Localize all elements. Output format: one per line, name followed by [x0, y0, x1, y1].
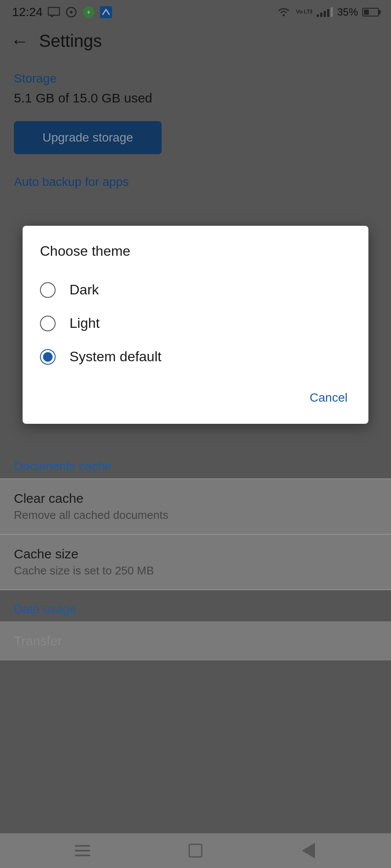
compass-icon [64, 5, 78, 19]
back-nav-button[interactable] [300, 842, 317, 859]
svg-text:LTE: LTE [304, 8, 312, 15]
clear-cache-item[interactable]: Clear cache Remove all cached documents [0, 479, 391, 534]
page-title: Settings [39, 31, 102, 51]
settings-content: Storage 5.1 GB of 15.0 GB used Upgrade s… [0, 59, 391, 196]
theme-option-dark[interactable]: Dark [23, 273, 368, 307]
theme-light-label: Light [70, 315, 99, 331]
svg-rect-5 [100, 6, 112, 18]
app-bar: ← Settings [0, 23, 391, 59]
storage-section-header: Storage [0, 59, 391, 91]
transfer-item[interactable]: Transfer [0, 621, 391, 660]
radio-system-default[interactable] [40, 349, 56, 365]
theme-option-system-default[interactable]: System default [23, 340, 368, 373]
choose-theme-dialog: Choose theme Dark Light System default C… [23, 226, 368, 424]
cancel-button[interactable]: Cancel [303, 387, 355, 408]
svg-point-6 [282, 14, 285, 17]
dialog-actions: Cancel [23, 377, 368, 417]
data-usage-section-header: Data usage [0, 590, 391, 621]
radio-light[interactable] [40, 316, 56, 331]
status-right: Vo LTE 35% [276, 5, 379, 19]
svg-rect-0 [48, 7, 60, 15]
cache-size-title: Cache size [14, 547, 377, 561]
status-left: 12:24 + [12, 5, 113, 19]
storage-usage: 5.1 GB of 15.0 GB used [0, 91, 391, 114]
radio-dark[interactable] [40, 282, 56, 298]
status-bar: 12:24 + [0, 0, 391, 23]
back-button[interactable]: ← [10, 32, 29, 50]
auto-backup-section-header: Auto backup for apps [0, 166, 391, 196]
cache-size-subtitle: Cache size is set to 250 MB [14, 564, 377, 578]
transfer-title: Transfer [14, 634, 377, 648]
dialog-title: Choose theme [23, 243, 368, 273]
cache-size-item[interactable]: Cache size Cache size is set to 250 MB [0, 535, 391, 590]
svg-text:Vo: Vo [296, 8, 303, 15]
wifi-icon [276, 5, 292, 19]
back-triangle-icon [302, 843, 315, 858]
theme-option-light[interactable]: Light [23, 307, 368, 340]
hamburger-icon [75, 845, 90, 856]
bottom-nav [0, 833, 391, 868]
hamburger-nav-icon[interactable] [74, 842, 91, 859]
clear-cache-title: Clear cache [14, 491, 377, 506]
upgrade-storage-button[interactable]: Upgrade storage [14, 121, 162, 154]
status-time: 12:24 [12, 5, 43, 19]
theme-dark-label: Dark [70, 282, 99, 298]
green-app-icon: + [82, 5, 96, 19]
volte-icon: Vo LTE [296, 7, 312, 18]
svg-text:+: + [87, 9, 90, 16]
signal-bars [317, 7, 333, 17]
status-icons: + [47, 5, 113, 19]
battery-icon [362, 8, 379, 17]
message-icon [47, 5, 61, 19]
theme-system-default-label: System default [70, 349, 162, 365]
blue-app-icon [99, 5, 113, 19]
svg-point-2 [70, 11, 73, 13]
recent-apps-button[interactable] [187, 842, 204, 859]
clear-cache-subtitle: Remove all cached documents [14, 508, 377, 522]
documents-cache-section-header: Documents cache [0, 447, 391, 479]
square-icon [189, 844, 202, 858]
battery-percent: 35% [337, 6, 358, 18]
below-dialog-content: Documents cache Clear cache Remove all c… [0, 447, 391, 660]
